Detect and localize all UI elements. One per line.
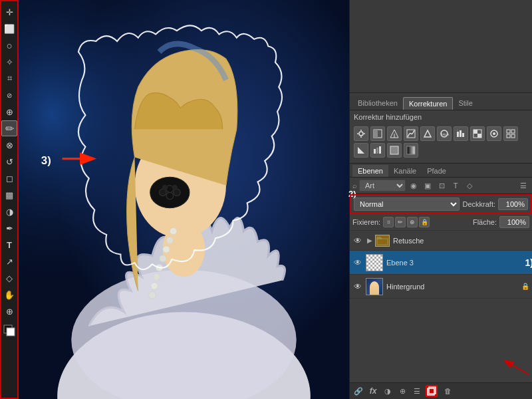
crop-tool[interactable]: ⌗ xyxy=(1,70,17,86)
hand-tool[interactable]: ✋ xyxy=(1,287,17,303)
move-tool[interactable]: ✛ xyxy=(1,4,17,20)
svg-rect-1 xyxy=(7,328,15,336)
fix-transform-icon[interactable]: ⊕ xyxy=(407,217,418,227)
svg-rect-33 xyxy=(374,130,378,138)
layer-name-ebene3: Ebene 3 xyxy=(386,259,529,267)
tab-korrekturen[interactable]: Korrekturen xyxy=(403,97,453,110)
blend-mode-row-wrapper: 2) Normal Deckkraft: 100% xyxy=(350,194,532,214)
blend-mode-row: Normal Deckkraft: 100% xyxy=(350,194,532,214)
layer-effects-icon[interactable]: fx xyxy=(367,385,379,397)
svg-point-16 xyxy=(170,227,177,235)
eye-icon-hintergrund[interactable]: 👁 xyxy=(352,281,363,292)
new-adjustment-icon[interactable]: ⊕ xyxy=(396,385,408,397)
thumb-ebene3 xyxy=(366,254,383,271)
svg-text:3): 3) xyxy=(41,154,51,167)
tab-pfade[interactable]: Pfade xyxy=(422,165,452,177)
layer-group-name-retusche: Retusche xyxy=(393,237,529,245)
svg-rect-53 xyxy=(374,149,376,154)
rectangle-select-tool[interactable]: ⬜ xyxy=(1,21,17,37)
history-brush-tool[interactable]: ↺ xyxy=(1,154,17,170)
fix-brush-icon[interactable]: ✏ xyxy=(395,217,406,227)
blend-mode-dropdown[interactable]: Normal xyxy=(354,198,460,211)
magic-wand-tool[interactable]: ✧ xyxy=(1,54,17,70)
layers-bottom-bar: 🔗 fx ◑ ⊕ ☰ 🗑 xyxy=(350,382,532,399)
photo-background: 3) xyxy=(19,0,349,399)
lasso-tool[interactable]: ○ xyxy=(1,37,17,53)
svg-point-13 xyxy=(166,192,174,200)
delete-layer-icon[interactable]: 🗑 xyxy=(442,385,454,397)
vibrance-icon[interactable] xyxy=(370,143,385,158)
group-arrow-retusche[interactable]: ▶ xyxy=(366,237,374,245)
foreground-bg-tool[interactable] xyxy=(1,323,17,338)
svg-text:Hue: Hue xyxy=(442,132,449,136)
brush-tool[interactable]: ✏ xyxy=(1,120,17,136)
svg-rect-54 xyxy=(376,148,378,154)
tab-stile[interactable]: Stile xyxy=(453,97,477,110)
exposure-icon[interactable] xyxy=(354,143,368,158)
link-layers-icon[interactable]: 🔗 xyxy=(352,385,364,397)
triangle-correction-icon[interactable] xyxy=(420,126,435,141)
tab-kanaele[interactable]: Kanäle xyxy=(388,165,422,177)
shape-tool[interactable]: ◇ xyxy=(1,270,17,286)
fill-value[interactable]: 100% xyxy=(499,216,529,228)
svg-rect-52 xyxy=(511,134,515,138)
add-mask-icon[interactable]: ◑ xyxy=(382,385,394,397)
gradient-tool[interactable]: ▦ xyxy=(1,187,17,203)
eye-icon-retusche[interactable]: 👁 xyxy=(352,235,363,246)
layer-item-hintergrund[interactable]: 👁 Hintergrund 🔒 xyxy=(350,275,532,299)
layers-panel: Ebenen Kanäle Pfade ⌕ Art ◉ ▣ ⊡ T ◇ ☰ 2)… xyxy=(350,164,532,399)
svg-point-21 xyxy=(153,273,160,281)
new-layer-icon[interactable] xyxy=(426,385,438,397)
corrections-panel: Bibliotheken Korrekturen Stile Korrektur… xyxy=(350,93,532,164)
svg-point-27 xyxy=(359,132,363,136)
colorbalance-correction-icon[interactable]: ♯ xyxy=(454,126,468,141)
eye-icon-ebene3[interactable]: 👁 xyxy=(352,257,363,268)
layer-group-retusche[interactable]: 👁 ▶ Retusche xyxy=(350,231,532,251)
svg-rect-42 xyxy=(462,133,464,137)
fill-label: Fläche: xyxy=(473,218,497,226)
svg-rect-45 xyxy=(473,130,477,134)
layer-shape-icon[interactable]: ◇ xyxy=(464,180,475,192)
svg-point-18 xyxy=(163,246,170,253)
photo-filter-icon[interactable] xyxy=(487,126,501,141)
channel-mixer-icon[interactable] xyxy=(503,126,518,141)
gradient-fill-icon[interactable] xyxy=(404,143,418,158)
levels-correction-icon[interactable] xyxy=(387,126,402,141)
tab-bibliotheken[interactable]: Bibliotheken xyxy=(352,97,403,110)
solid-color-icon[interactable] xyxy=(387,143,402,158)
corrections-title: Korrektur hinzufügen xyxy=(350,110,532,124)
layer-pixel-icon[interactable]: ▣ xyxy=(422,180,434,192)
spot-heal-tool[interactable]: ⊕ xyxy=(1,104,17,120)
brightness-correction-icon[interactable] xyxy=(354,126,368,141)
layers-toolbar: ⌕ Art ◉ ▣ ⊡ T ◇ ☰ xyxy=(350,178,532,194)
eyedropper-tool[interactable]: ⊘ xyxy=(1,87,17,103)
text-tool[interactable]: T xyxy=(1,237,17,253)
layer-type-icon[interactable]: T xyxy=(450,180,462,192)
contrast-correction-icon[interactable] xyxy=(370,126,385,141)
new-group-icon[interactable]: ☰ xyxy=(411,385,423,397)
hsl-correction-icon[interactable]: Hue xyxy=(437,126,452,141)
eraser-tool[interactable]: ◻ xyxy=(1,170,17,186)
layer-item-ebene3[interactable]: 👁 Ebene 3 1) xyxy=(350,251,532,275)
layer-filter-dropdown[interactable]: Art xyxy=(359,180,406,192)
opacity-value[interactable]: 100% xyxy=(498,198,528,210)
dodge-tool[interactable]: ◑ xyxy=(1,203,17,219)
layer-filter-toggle[interactable]: ◉ xyxy=(408,180,420,192)
curves-correction-icon[interactable] xyxy=(404,126,418,141)
layer-options-icon[interactable]: ☰ xyxy=(517,180,529,192)
layer-adjust-icon[interactable]: ⊡ xyxy=(436,180,448,192)
blackwhite-correction-icon[interactable] xyxy=(470,126,485,141)
layers-tabs: Ebenen Kanäle Pfade xyxy=(350,164,532,178)
fix-position-icon[interactable]: ⌗ xyxy=(383,217,394,227)
opacity-label: Deckkraft: xyxy=(462,200,495,208)
canvas-image: 3) xyxy=(19,0,349,399)
svg-rect-56 xyxy=(390,146,398,154)
zoom-tool[interactable]: ⊕ xyxy=(1,303,17,319)
tab-ebenen[interactable]: Ebenen xyxy=(352,165,388,177)
pen-tool[interactable]: ✒ xyxy=(1,220,17,236)
step1-arrow xyxy=(492,351,532,378)
svg-point-14 xyxy=(162,185,168,190)
clone-stamp-tool[interactable]: ⊗ xyxy=(1,137,17,153)
fix-lock-icon[interactable]: 🔒 xyxy=(419,217,430,227)
path-select-tool[interactable]: ↗ xyxy=(1,253,17,269)
